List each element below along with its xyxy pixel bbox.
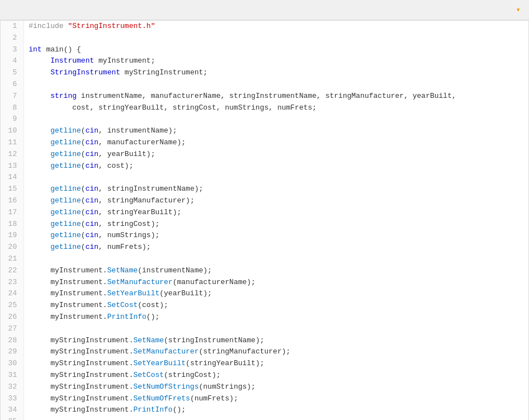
table-row: 18 getline(cin, stringCost); <box>1 219 528 230</box>
line-number: 18 <box>1 219 24 230</box>
code-content: StringInstrument myStringInstrument; <box>24 67 528 79</box>
table-row: 34 myStringInstrument.PrintInfo(); <box>1 404 528 416</box>
table-row: 28 myStringInstrument.SetName(stringInst… <box>1 335 528 347</box>
table-row: 7 string instrumentName, manufacturerNam… <box>1 91 528 102</box>
table-row: 12 getline(cin, yearBuilt); <box>1 149 528 161</box>
code-content: myInstrument.PrintInfo(); <box>24 312 528 323</box>
table-row: 1#include "StringInstrument.h" <box>1 21 528 32</box>
line-number: 21 <box>1 253 24 265</box>
code-content: Instrument myInstrument; <box>24 55 528 67</box>
line-number: 1 <box>1 21 24 32</box>
line-number: 24 <box>1 288 24 300</box>
line-number: 7 <box>1 91 24 102</box>
line-number: 2 <box>1 32 24 44</box>
code-content: getline(cin, yearBuilt); <box>24 149 528 161</box>
line-number: 11 <box>1 137 24 149</box>
code-content: getline(cin, instrumentName); <box>24 125 528 137</box>
code-content <box>24 253 528 265</box>
table-row: 30 myStringInstrument.SetYearBuilt(strin… <box>1 358 528 370</box>
table-row: 23 myInstrument.SetManufacturer(manufact… <box>1 277 528 289</box>
table-row: 13 getline(cin, cost); <box>1 161 528 172</box>
code-content: #include "StringInstrument.h" <box>24 21 528 32</box>
table-row: 8 cost, stringYearBuilt, stringCost, num… <box>1 102 528 114</box>
line-number: 15 <box>1 183 24 195</box>
table-row: 4 Instrument myInstrument; <box>1 55 528 67</box>
table-row: 33 myStringInstrument.SetNumOfFrets(numF… <box>1 393 528 405</box>
table-row: 10 getline(cin, instrumentName); <box>1 125 528 137</box>
line-number: 16 <box>1 195 24 207</box>
table-row: 22 myInstrument.SetName(instrumentName); <box>1 265 528 277</box>
code-content <box>24 172 528 183</box>
line-number: 25 <box>1 300 24 312</box>
code-content: myStringInstrument.SetName(stringInstrum… <box>24 335 528 347</box>
code-content <box>24 79 528 91</box>
line-number: 6 <box>1 79 24 91</box>
code-content <box>24 32 528 44</box>
code-content: myInstrument.SetYearBuilt(yearBuilt); <box>24 288 528 300</box>
table-row: 27 <box>1 323 528 335</box>
table-row: 14 <box>1 172 528 183</box>
line-number: 30 <box>1 358 24 370</box>
code-content: getline(cin, stringInstrumentName); <box>24 183 528 195</box>
table-row: 19 getline(cin, numStrings); <box>1 230 528 242</box>
code-editor: 1#include "StringInstrument.h"2 3int mai… <box>0 20 529 420</box>
line-number: 12 <box>1 149 24 161</box>
table-row: 25 myInstrument.SetCost(cost); <box>1 300 528 312</box>
line-number: 8 <box>1 102 24 114</box>
line-number: 31 <box>1 370 24 381</box>
line-number: 27 <box>1 323 24 335</box>
table-row: 17 getline(cin, stringYearBuilt); <box>1 207 528 219</box>
table-row: 5 StringInstrument myStringInstrument; <box>1 67 528 79</box>
line-number: 19 <box>1 230 24 242</box>
code-content: myStringInstrument.PrintInfo(); <box>24 404 528 416</box>
line-number: 3 <box>1 44 24 56</box>
line-number: 22 <box>1 265 24 277</box>
table-row: 24 myInstrument.SetYearBuilt(yearBuilt); <box>1 288 528 300</box>
line-number: 13 <box>1 161 24 172</box>
table-row: 11 getline(cin, manufacturerName); <box>1 137 528 149</box>
line-number: 28 <box>1 335 24 347</box>
code-content <box>24 323 528 335</box>
code-content: getline(cin, stringYearBuilt); <box>24 207 528 219</box>
table-row: 16 getline(cin, stringManufacturer); <box>1 195 528 207</box>
code-content <box>24 416 528 420</box>
table-row: 26 myInstrument.PrintInfo(); <box>1 312 528 323</box>
table-row: 2 <box>1 32 528 44</box>
table-row: 32 myStringInstrument.SetNumOfStrings(nu… <box>1 381 528 393</box>
line-number: 17 <box>1 207 24 219</box>
line-number: 33 <box>1 393 24 405</box>
line-number: 32 <box>1 381 24 393</box>
line-number: 20 <box>1 242 24 253</box>
table-row: 9 <box>1 114 528 125</box>
table-row: 20 getline(cin, numFrets); <box>1 242 528 253</box>
table-row: 21 <box>1 253 528 265</box>
line-number: 34 <box>1 404 24 416</box>
code-content <box>24 114 528 125</box>
code-content: myStringInstrument.SetNumOfStrings(numSt… <box>24 381 528 393</box>
code-content: getline(cin, stringCost); <box>24 219 528 230</box>
table-row: 15 getline(cin, stringInstrumentName); <box>1 183 528 195</box>
code-table: 1#include "StringInstrument.h"2 3int mai… <box>1 21 528 420</box>
line-number: 10 <box>1 125 24 137</box>
line-number: 5 <box>1 67 24 79</box>
code-content: myInstrument.SetCost(cost); <box>24 300 528 312</box>
table-row: 29 myStringInstrument.SetManufacturer(st… <box>1 346 528 358</box>
code-content: string instrumentName, manufacturerName,… <box>24 91 528 102</box>
code-content: getline(cin, numFrets); <box>24 242 528 253</box>
line-number: 14 <box>1 172 24 183</box>
top-bar: ▾ <box>0 0 529 20</box>
code-content: getline(cin, manufacturerName); <box>24 137 528 149</box>
current-file-area: ▾ <box>510 6 520 13</box>
line-number: 4 <box>1 55 24 67</box>
dropdown-arrow-icon[interactable]: ▾ <box>517 6 520 13</box>
code-content: getline(cin, stringManufacturer); <box>24 195 528 207</box>
code-content: myStringInstrument.SetNumOfFrets(numFret… <box>24 393 528 405</box>
table-row: 3int main() { <box>1 44 528 56</box>
code-content: int main() { <box>24 44 528 56</box>
code-content: getline(cin, cost); <box>24 161 528 172</box>
code-content: myStringInstrument.SetCost(stringCost); <box>24 370 528 381</box>
code-content: myStringInstrument.SetYearBuilt(stringYe… <box>24 358 528 370</box>
line-number: 26 <box>1 312 24 323</box>
code-content: myInstrument.SetManufacturer(manufacture… <box>24 277 528 289</box>
line-number: 29 <box>1 346 24 358</box>
